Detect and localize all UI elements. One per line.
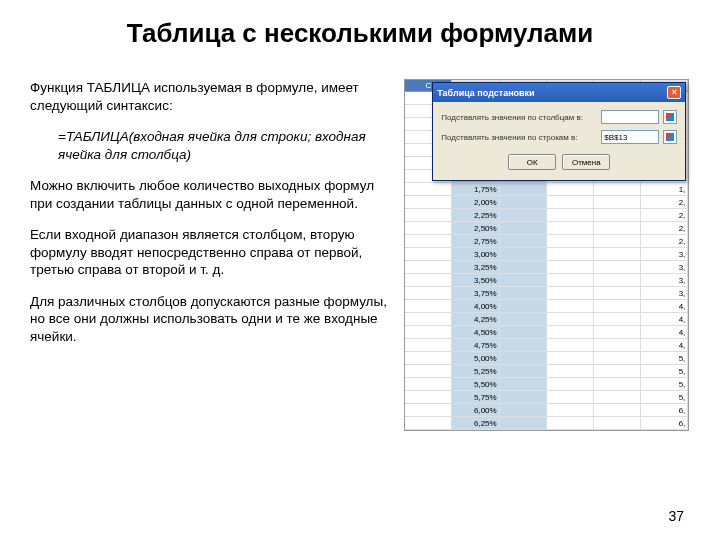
cell[interactable] — [405, 261, 452, 274]
cell[interactable] — [594, 352, 641, 365]
cell[interactable] — [547, 404, 594, 417]
cell[interactable] — [405, 287, 452, 300]
cell[interactable]: 5,00% — [452, 352, 499, 365]
cell[interactable]: 5,75% — [452, 391, 499, 404]
cell[interactable] — [547, 196, 594, 209]
cell[interactable] — [405, 391, 452, 404]
cell[interactable] — [500, 287, 547, 300]
cell[interactable] — [594, 222, 641, 235]
cell[interactable]: 3,00% — [452, 248, 499, 261]
cell[interactable]: 4, — [641, 326, 688, 339]
cell[interactable] — [500, 196, 547, 209]
cell[interactable] — [405, 274, 452, 287]
cell[interactable] — [594, 365, 641, 378]
cell[interactable]: 3, — [641, 274, 688, 287]
cancel-button[interactable]: Отмена — [562, 154, 610, 170]
cell[interactable] — [500, 339, 547, 352]
cell[interactable] — [500, 417, 547, 430]
cell[interactable] — [547, 339, 594, 352]
cell[interactable] — [594, 313, 641, 326]
cell[interactable]: 2, — [641, 196, 688, 209]
cell[interactable]: 1,75% — [452, 183, 499, 196]
cell[interactable]: 6,00% — [452, 404, 499, 417]
cell[interactable] — [405, 365, 452, 378]
cell[interactable] — [405, 235, 452, 248]
cell[interactable] — [547, 300, 594, 313]
cell[interactable] — [547, 391, 594, 404]
cell[interactable]: 4,75% — [452, 339, 499, 352]
range-picker-icon[interactable] — [663, 110, 677, 124]
cell[interactable] — [405, 196, 452, 209]
cell[interactable] — [594, 235, 641, 248]
cell[interactable] — [547, 248, 594, 261]
cell[interactable] — [500, 313, 547, 326]
cell[interactable] — [500, 222, 547, 235]
cell[interactable]: 2,00% — [452, 196, 499, 209]
cell[interactable]: 4, — [641, 300, 688, 313]
cell[interactable]: 5, — [641, 378, 688, 391]
cell[interactable] — [405, 404, 452, 417]
cell[interactable]: 3,75% — [452, 287, 499, 300]
cell[interactable]: 3, — [641, 261, 688, 274]
cell[interactable] — [405, 339, 452, 352]
cell[interactable]: 2,25% — [452, 209, 499, 222]
cell[interactable]: 3, — [641, 248, 688, 261]
cell[interactable] — [594, 300, 641, 313]
cell[interactable] — [594, 339, 641, 352]
close-icon[interactable]: × — [667, 86, 681, 99]
col-input-field[interactable] — [601, 110, 659, 124]
cell[interactable] — [405, 183, 452, 196]
cell[interactable] — [547, 378, 594, 391]
cell[interactable]: 3, — [641, 287, 688, 300]
cell[interactable] — [500, 378, 547, 391]
cell[interactable] — [594, 196, 641, 209]
cell[interactable] — [594, 261, 641, 274]
cell[interactable]: 2, — [641, 235, 688, 248]
dialog-titlebar[interactable]: Таблица подстановки × — [433, 83, 685, 102]
cell[interactable] — [500, 209, 547, 222]
cell[interactable] — [405, 417, 452, 430]
cell[interactable] — [500, 248, 547, 261]
cell[interactable] — [547, 313, 594, 326]
cell[interactable] — [405, 222, 452, 235]
ok-button[interactable]: ОК — [508, 154, 556, 170]
cell[interactable] — [547, 417, 594, 430]
cell[interactable] — [405, 326, 452, 339]
cell[interactable]: 2,50% — [452, 222, 499, 235]
cell[interactable] — [547, 183, 594, 196]
row-input-field[interactable]: $B$13 — [601, 130, 659, 144]
cell[interactable] — [594, 404, 641, 417]
cell[interactable]: 3,25% — [452, 261, 499, 274]
cell[interactable]: 4,25% — [452, 313, 499, 326]
cell[interactable] — [594, 391, 641, 404]
cell[interactable] — [547, 274, 594, 287]
cell[interactable] — [547, 287, 594, 300]
cell[interactable]: 2,75% — [452, 235, 499, 248]
cell[interactable] — [500, 235, 547, 248]
cell[interactable] — [405, 209, 452, 222]
cell[interactable] — [500, 404, 547, 417]
cell[interactable] — [500, 300, 547, 313]
cell[interactable] — [405, 352, 452, 365]
cell[interactable]: 5, — [641, 391, 688, 404]
cell[interactable] — [547, 352, 594, 365]
cell[interactable] — [500, 183, 547, 196]
range-picker-icon[interactable] — [663, 130, 677, 144]
cell[interactable] — [547, 365, 594, 378]
cell[interactable] — [405, 300, 452, 313]
cell[interactable]: 5, — [641, 365, 688, 378]
cell[interactable]: 4, — [641, 313, 688, 326]
cell[interactable]: 5,25% — [452, 365, 499, 378]
cell[interactable] — [594, 183, 641, 196]
cell[interactable]: 3,50% — [452, 274, 499, 287]
cell[interactable] — [594, 287, 641, 300]
cell[interactable] — [547, 261, 594, 274]
cell[interactable] — [594, 274, 641, 287]
cell[interactable] — [547, 209, 594, 222]
cell[interactable]: 6, — [641, 417, 688, 430]
cell[interactable] — [500, 326, 547, 339]
cell[interactable]: 5,50% — [452, 378, 499, 391]
cell[interactable] — [500, 352, 547, 365]
cell[interactable]: 6,25% — [452, 417, 499, 430]
cell[interactable]: 2, — [641, 209, 688, 222]
